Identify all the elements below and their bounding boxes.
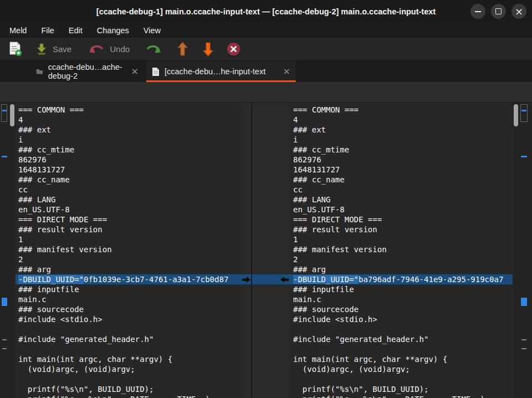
- code-line: 1648131727: [290, 165, 513, 175]
- code-line: 1648131727: [16, 165, 240, 175]
- code-line: ### cc_mtime: [290, 145, 513, 155]
- code-line: 1: [16, 234, 240, 244]
- chunk-mark: [521, 110, 526, 111]
- chunk-mark: [2, 110, 7, 111]
- code-line: printf("%s\n", BUILD_UUID);: [290, 384, 513, 394]
- code-line: 2: [290, 254, 513, 264]
- window-controls: ×: [470, 4, 526, 19]
- code-line: === DIRECT MODE ===: [290, 215, 513, 224]
- scrollbar-handle[interactable]: [10, 104, 14, 126]
- code-line: i: [16, 135, 240, 145]
- chunk-map-right[interactable]: [519, 103, 532, 398]
- code-line: printf("%s : %s\n", __DATE__, __TIME__);: [290, 394, 513, 398]
- code-line: cc: [16, 185, 240, 195]
- scrollbar-left[interactable]: [9, 103, 16, 398]
- code-line: ### cc_name: [16, 175, 240, 185]
- push-right-arrow[interactable]: [242, 276, 251, 283]
- code-line: printf("%s\n", BUILD_UUID);: [16, 384, 240, 394]
- close-button[interactable]: ×: [511, 4, 526, 19]
- menu-changes[interactable]: Changes: [90, 24, 136, 37]
- chunk-map-left[interactable]: [0, 103, 9, 398]
- tab-label: ccache-debu…ache-debug-2: [48, 63, 126, 80]
- text-pane-left[interactable]: === COMMON ===4### exti### cc_mtime86297…: [16, 103, 240, 398]
- tab-folder-comparison[interactable]: ccache-debu…ache-debug-2 ×: [30, 61, 144, 82]
- file-selector-bar: main.o.ccache-input-text main.o.ccache-i…: [0, 82, 532, 103]
- diff-line-uuid: ba796adf-7946-41e9-a295-919c0a7: [359, 275, 503, 284]
- code-line: ### arg: [290, 264, 513, 274]
- code-line: ### cc_name: [290, 175, 513, 185]
- meld-window: [ccache-debug-1] main.o.ccache-input-tex…: [0, 0, 532, 398]
- toolbar: Save Undo: [0, 38, 532, 61]
- save-label: Save: [53, 44, 71, 54]
- chunk-mark: [2, 156, 7, 157]
- menu-meld[interactable]: Meld: [2, 24, 34, 37]
- chunk-mark: [521, 156, 527, 157]
- file-icon: [152, 67, 160, 76]
- close-icon: ×: [515, 7, 523, 17]
- tab-label: [ccache-debu…he-input-text: [165, 67, 265, 76]
- tab-close-icon[interactable]: ×: [131, 67, 139, 76]
- chunk-mark: [521, 348, 526, 349]
- arrow-up-icon: [177, 42, 188, 57]
- code-line: ### sourcecode: [290, 304, 513, 314]
- code-line: ### arg: [16, 264, 240, 274]
- tab-file-comparison-active[interactable]: [ccache-debu…he-input-text ×: [146, 61, 296, 82]
- window-title: [ccache-debug-1] main.o.ccache-input-tex…: [96, 7, 436, 16]
- code-line: ### LANG: [290, 195, 513, 205]
- push-left-arrow[interactable]: [280, 276, 289, 283]
- scrollbar-right[interactable]: [513, 103, 519, 398]
- code-line: 4: [290, 115, 513, 125]
- code-line: en_US.UTF-8: [290, 205, 513, 215]
- code-line: int main(int argc, char **argv) {: [16, 354, 240, 364]
- pane-divider: [251, 103, 252, 398]
- stop-icon: [227, 42, 241, 56]
- diff-content: === COMMON ===4### exti### cc_mtime86297…: [0, 103, 532, 398]
- arrow-down-icon: [203, 42, 213, 57]
- code-line: ### result version: [16, 224, 240, 234]
- chunk-mark: [2, 298, 7, 306]
- next-change-button[interactable]: [203, 42, 213, 57]
- code-line: #include <stdio.h>: [16, 314, 240, 324]
- code-line: ### ext: [290, 125, 513, 135]
- tab-bar: ccache-debu…ache-debug-2 × [ccache-debu……: [0, 61, 532, 83]
- previous-change-button[interactable]: [177, 42, 188, 57]
- scrollbar-handle[interactable]: [514, 104, 518, 126]
- chunk-mark: [2, 339, 7, 340]
- code-line: i: [290, 135, 513, 145]
- code-line: #include <stdio.h>: [290, 314, 513, 324]
- menubar: Meld File Edit Changes View: [0, 23, 532, 38]
- code-line: [16, 344, 240, 354]
- stop-button[interactable]: [227, 42, 241, 56]
- titlebar[interactable]: [ccache-debug-1] main.o.ccache-input-tex…: [0, 0, 532, 23]
- minimize-button[interactable]: [470, 4, 485, 19]
- arrow-right-icon: [242, 276, 251, 283]
- code-line: #include "generated_header.h": [16, 334, 240, 344]
- code-line: 1: [290, 234, 513, 244]
- text-pane-right[interactable]: === COMMON ===4### exti### cc_mtime86297…: [290, 103, 513, 398]
- code-line: (void)argc, (void)argv;: [290, 364, 513, 374]
- diff-line-uuid: 0fb1039e-3cb7-4761-a3a1-7cb0d87: [84, 275, 228, 284]
- folder-icon: [36, 68, 43, 75]
- menu-view[interactable]: View: [136, 24, 168, 37]
- new-file-icon: [9, 42, 22, 57]
- undo-icon: [88, 43, 105, 55]
- code-line: 4: [16, 115, 240, 125]
- maximize-button[interactable]: [491, 4, 506, 19]
- minimize-icon: [475, 11, 481, 12]
- menu-edit[interactable]: Edit: [62, 24, 90, 37]
- code-line: ### cc_mtime: [16, 145, 240, 155]
- code-line: [290, 344, 513, 354]
- save-button[interactable]: Save: [35, 43, 71, 55]
- tab-close-icon[interactable]: ×: [283, 67, 290, 76]
- code-line: ### manifest version: [16, 244, 240, 254]
- code-line: 862976: [290, 155, 513, 165]
- redo-icon: [145, 43, 162, 55]
- menu-file[interactable]: File: [34, 24, 61, 37]
- code-line: [16, 324, 240, 334]
- code-line: ### result version: [290, 224, 513, 234]
- redo-button[interactable]: [145, 43, 162, 55]
- code-line: en_US.UTF-8: [16, 205, 240, 215]
- undo-button[interactable]: Undo: [88, 43, 130, 55]
- merge-gutter: [240, 103, 290, 398]
- new-comparison-button[interactable]: [9, 42, 22, 57]
